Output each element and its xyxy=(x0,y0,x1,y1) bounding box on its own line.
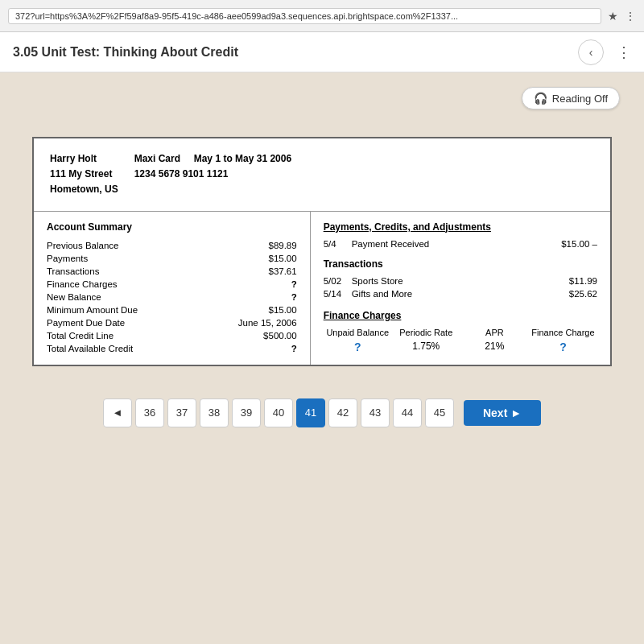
page-number-43[interactable]: 43 xyxy=(361,398,390,427)
reading-off-label: Reading Off xyxy=(552,93,608,105)
summary-label: Payment Due Date xyxy=(47,318,125,328)
finance-header-balance: Unpaid Balance xyxy=(324,328,392,337)
customer-name: Harry Holt xyxy=(50,151,118,167)
tx-date: 5/02 xyxy=(324,276,352,286)
summary-value: $89.89 xyxy=(268,241,296,250)
page-number-39[interactable]: 39 xyxy=(232,398,261,427)
summary-row: Total Available Credit ? xyxy=(47,342,297,355)
page-title: 3.05 Unit Test: Thinking About Credit xyxy=(13,45,578,60)
browser-icons: ★ ⋮ xyxy=(608,10,636,23)
finance-value-rate: 1.75% xyxy=(392,341,460,353)
summary-row: Minimum Amount Due $15.00 xyxy=(47,303,297,316)
summary-label: Previous Balance xyxy=(47,241,119,250)
customer-street: 111 My Street xyxy=(50,167,118,182)
finance-header-charge: Finance Charge xyxy=(529,328,597,337)
summary-value: June 15, 2006 xyxy=(238,318,297,328)
payment-amount: $15.00 – xyxy=(561,239,597,249)
card-number: 1234 5678 9101 1121 xyxy=(134,167,291,182)
summary-row: Payments $15.00 xyxy=(47,252,297,265)
next-button[interactable]: Next ► xyxy=(464,400,541,426)
url-bar[interactable]: 372?url=https%3A%2F%2Ff59af8a9-95f5-419c… xyxy=(8,8,601,24)
transactions-title: Transactions xyxy=(324,258,597,270)
finance-value-charge: ? xyxy=(529,341,597,353)
back-button[interactable]: ‹ xyxy=(578,39,604,65)
summary-value: $500.00 xyxy=(263,331,297,341)
finance-values: ? 1.75% 21% ? xyxy=(324,339,597,355)
account-summary-section: Account Summary Previous Balance $89.89P… xyxy=(34,212,311,365)
statement-header: Harry Holt 111 My Street Hometown, US Ma… xyxy=(34,138,610,212)
summary-row: Payment Due Date June 15, 2006 xyxy=(47,316,297,329)
content-area: 🎧 Reading Off Harry Holt 111 My Street H… xyxy=(0,72,644,644)
statement-body: Account Summary Previous Balance $89.89P… xyxy=(34,212,610,365)
page-number-45[interactable]: 45 xyxy=(425,398,454,427)
transaction-row: 5/14 Gifts and More $25.62 xyxy=(324,287,597,300)
page-number-44[interactable]: 44 xyxy=(393,398,422,427)
page-buttons: 36373839404142434445 xyxy=(135,398,454,427)
summary-label: Total Available Credit xyxy=(47,344,133,353)
tx-desc: Gifts and More xyxy=(352,289,569,299)
payment-desc: Payment Received xyxy=(352,239,562,249)
payment-rows: 5/4 Payment Received $15.00 – xyxy=(324,237,597,250)
summary-rows: Previous Balance $89.89Payments $15.00Tr… xyxy=(47,239,297,355)
finance-header-apr: APR xyxy=(460,328,529,337)
summary-label: Payments xyxy=(47,254,88,263)
tx-desc: Sports Store xyxy=(352,276,569,286)
summary-value: $37.61 xyxy=(268,266,296,276)
transaction-rows: 5/02 Sports Store $11.995/14 Gifts and M… xyxy=(324,275,597,300)
account-summary-title: Account Summary xyxy=(47,221,297,233)
headphones-icon: 🎧 xyxy=(534,92,547,105)
transaction-row: 5/02 Sports Store $11.99 xyxy=(324,275,597,287)
reading-off-button[interactable]: 🎧 Reading Off xyxy=(522,87,620,109)
finance-header-rate: Periodic Rate xyxy=(392,328,460,337)
summary-label: New Balance xyxy=(47,292,101,302)
summary-row: Transactions $37.61 xyxy=(47,265,297,278)
finance-title: Finance Charges xyxy=(324,310,597,321)
payments-title: Payments, Credits, and Adjustments xyxy=(324,221,597,233)
page-number-41[interactable]: 41 xyxy=(296,398,325,427)
tx-amount: $11.99 xyxy=(569,276,597,286)
customer-address: Harry Holt 111 My Street Hometown, US xyxy=(50,151,118,198)
summary-value: $15.00 xyxy=(268,305,296,315)
right-column: Payments, Credits, and Adjustments 5/4 P… xyxy=(311,212,610,365)
summary-value: ? xyxy=(291,344,297,353)
summary-row: Previous Balance $89.89 xyxy=(47,239,297,252)
menu-dots-icon: ⋮ xyxy=(625,10,636,23)
summary-label: Minimum Amount Due xyxy=(47,305,138,315)
summary-row: New Balance ? xyxy=(47,291,297,303)
customer-city: Hometown, US xyxy=(50,182,118,197)
tx-date: 5/14 xyxy=(324,289,352,299)
finance-headers: Unpaid Balance Periodic Rate APR Finance… xyxy=(324,326,597,339)
summary-value: $15.00 xyxy=(268,254,296,263)
page-number-40[interactable]: 40 xyxy=(264,398,293,427)
payment-row: 5/4 Payment Received $15.00 – xyxy=(324,237,597,250)
summary-label: Total Credit Line xyxy=(47,331,114,341)
page-number-42[interactable]: 42 xyxy=(328,398,357,427)
page-number-38[interactable]: 38 xyxy=(200,398,229,427)
prev-page-button[interactable]: ◄ xyxy=(103,398,132,427)
bookmark-icon[interactable]: ★ xyxy=(608,10,618,23)
title-bar: 3.05 Unit Test: Thinking About Credit ‹ … xyxy=(0,32,644,72)
tx-amount: $25.62 xyxy=(569,289,597,299)
browser-bar: 372?url=https%3A%2F%2Ff59af8a9-95f5-419c… xyxy=(0,0,644,32)
more-button[interactable]: ⋮ xyxy=(617,43,631,61)
finance-value-apr: 21% xyxy=(460,341,529,353)
summary-row: Finance Charges ? xyxy=(47,278,297,291)
billing-period: May 1 to May 31 2006 xyxy=(194,153,291,164)
card-info: Maxi Card May 1 to May 31 2006 1234 5678… xyxy=(134,151,291,198)
summary-label: Finance Charges xyxy=(47,279,118,289)
summary-value: ? xyxy=(291,292,297,302)
card-name-period: Maxi Card May 1 to May 31 2006 xyxy=(134,151,291,167)
page-number-37[interactable]: 37 xyxy=(167,398,196,427)
payment-date: 5/4 xyxy=(324,239,352,249)
credit-statement: Harry Holt 111 My Street Hometown, US Ma… xyxy=(32,137,612,366)
card-name: Maxi Card xyxy=(134,153,180,164)
summary-value: ? xyxy=(291,279,297,289)
summary-label: Transactions xyxy=(47,266,99,276)
finance-value-balance: ? xyxy=(324,341,392,353)
page-number-36[interactable]: 36 xyxy=(135,398,164,427)
pagination: ◄ 36373839404142434445 Next ► xyxy=(16,382,628,440)
next-label: Next ► xyxy=(483,407,522,419)
summary-row: Total Credit Line $500.00 xyxy=(47,329,297,342)
